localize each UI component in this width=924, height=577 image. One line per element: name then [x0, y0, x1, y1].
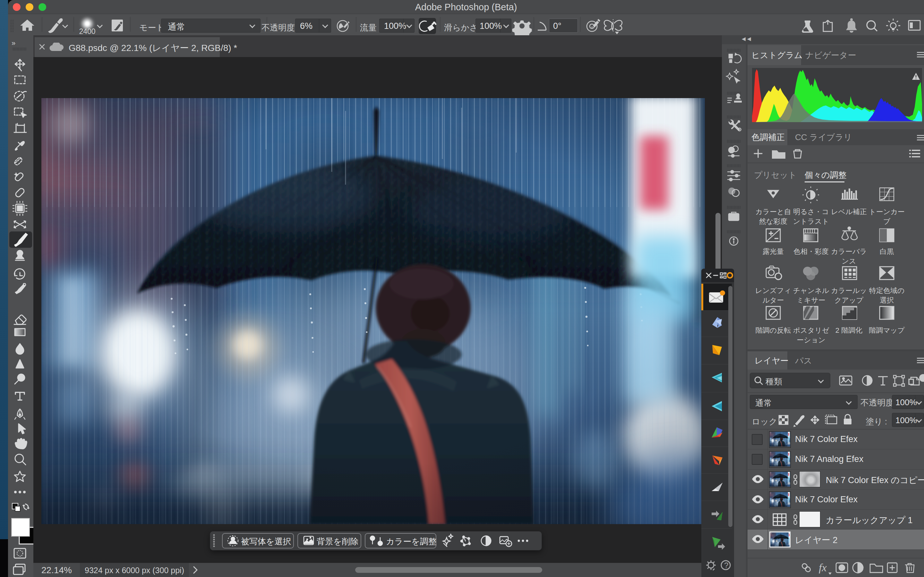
svg-text:»: » [11, 39, 15, 47]
svg-text:fx: fx [819, 562, 827, 574]
svg-text:?: ? [724, 561, 728, 570]
svg-text:2400: 2400 [79, 27, 95, 35]
